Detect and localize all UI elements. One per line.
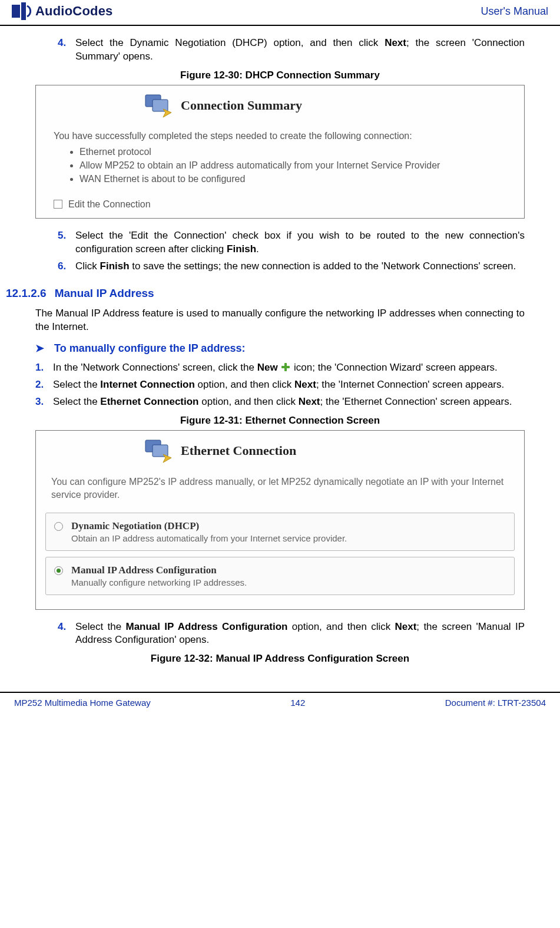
- option-content: Dynamic Negotiation (DHCP) Obtain an IP …: [71, 520, 347, 543]
- text: option, and then click: [287, 621, 395, 632]
- bold: Next: [385, 37, 406, 48]
- screenshot-connection-summary: Connection Summary You have successfully…: [35, 85, 525, 219]
- list-item: Ethernet protocol: [79, 145, 513, 158]
- bold: Next: [395, 621, 417, 632]
- screenshot-body: You have successfully completed the step…: [36, 126, 524, 194]
- step-number: 2.: [35, 378, 53, 392]
- edit-connection-label: Edit the Connection: [68, 199, 151, 210]
- proc-step-3: 3. Select the Ethernet Connection option…: [35, 395, 525, 409]
- section-title: Manual IP Address: [55, 287, 154, 300]
- step-number: 6.: [58, 260, 75, 273]
- edit-connection-row: Edit the Connection: [36, 194, 524, 218]
- radio-dhcp[interactable]: [54, 522, 63, 531]
- network-emblem-icon: [142, 437, 173, 465]
- option-subtitle: Manually configure networking IP address…: [71, 577, 247, 587]
- bold: Internet Connection: [100, 379, 195, 390]
- plus-icon: [280, 362, 291, 372]
- page-header: AudioCodes User's Manual: [0, 0, 560, 26]
- screenshot-title-row: Connection Summary: [36, 85, 524, 126]
- step-text: Select the Ethernet Connection option, a…: [53, 395, 525, 409]
- screenshot-title-row: Ethernet Connection: [36, 431, 524, 471]
- footer-left: MP252 Multimedia Home Gateway: [14, 698, 151, 708]
- text: Click: [75, 260, 100, 272]
- header-manual-label: User's Manual: [481, 5, 548, 18]
- option-title: Manual IP Address Configuration: [71, 564, 247, 576]
- proc-step-4: 4. Select the Manual IP Address Configur…: [58, 620, 525, 648]
- step-number: 4.: [58, 37, 75, 64]
- svg-rect-0: [12, 5, 20, 18]
- text: ; the 'Ethernet Connection' screen appea…: [320, 396, 512, 407]
- option-title: Dynamic Negotiation (DHCP): [71, 520, 347, 532]
- section-number: 12.1.2.6: [6, 287, 47, 300]
- step-text: Select the Internet Connection option, a…: [53, 378, 525, 392]
- step-number: 3.: [35, 395, 53, 409]
- bold: Ethernet Connection: [100, 396, 198, 407]
- text: Select the: [75, 621, 125, 632]
- text: to save the settings; the new connection…: [130, 260, 516, 272]
- text: In the 'Network Connections' screen, cli…: [53, 362, 257, 373]
- step-6: 6. Click Finish to save the settings; th…: [58, 260, 525, 273]
- text: Select the 'Edit the Connection' check b…: [75, 230, 525, 255]
- bold: Finish: [227, 243, 256, 255]
- screenshot-ethernet-connection: Ethernet Connection You can configure MP…: [35, 430, 525, 610]
- figure-12-32-caption: Figure 12-32: Manual IP Address Configur…: [35, 653, 525, 665]
- procedure-heading: ➤ To manually configure the IP address:: [35, 342, 525, 355]
- brand-name: AudioCodes: [35, 4, 113, 19]
- option-manual-ip[interactable]: Manual IP Address Configuration Manually…: [45, 557, 515, 595]
- text: icon; the 'Connection Wizard' screen app…: [294, 362, 498, 373]
- radio-manual-ip[interactable]: [54, 566, 63, 575]
- figure-12-31-caption: Figure 12-31: Ethernet Connection Screen: [35, 415, 525, 427]
- network-emblem-icon: [142, 91, 173, 120]
- step-text: Select the Manual IP Address Configurati…: [75, 620, 525, 648]
- audiocodes-logo-icon: [12, 2, 32, 20]
- list-item: Allow MP252 to obtain an IP address auto…: [79, 158, 513, 172]
- step-number: 1.: [35, 361, 53, 375]
- bold: Next: [299, 396, 320, 407]
- svg-rect-6: [153, 445, 168, 457]
- svg-rect-1: [21, 2, 26, 20]
- step-number: 5.: [58, 229, 75, 256]
- proc-step-1: 1. In the 'Network Connections' screen, …: [35, 361, 525, 375]
- step-text: Select the 'Edit the Connection' check b…: [75, 229, 525, 256]
- option-content: Manual IP Address Configuration Manually…: [71, 564, 247, 587]
- text: .: [256, 243, 259, 255]
- screenshot-description: You can configure MP252's IP address man…: [36, 471, 524, 513]
- step-4: 4. Select the Dynamic Negotiation (DHCP)…: [58, 37, 525, 64]
- right-arrow-icon: ➤: [35, 342, 48, 355]
- procedure-title: To manually configure the IP address:: [54, 342, 245, 355]
- svg-rect-3: [153, 100, 168, 111]
- step-5: 5. Select the 'Edit the Connection' chec…: [58, 229, 525, 256]
- text: option, and then click: [195, 379, 294, 390]
- screenshot-lead-text: You have successfully completed the step…: [54, 129, 513, 143]
- step-text: Click Finish to save the settings; the n…: [75, 260, 525, 273]
- footer-doc-number: Document #: LTRT-23504: [445, 698, 546, 708]
- footer-page-number: 142: [290, 698, 305, 708]
- brand-logo: AudioCodes: [12, 2, 113, 20]
- option-subtitle: Obtain an IP address automatically from …: [71, 533, 347, 543]
- section-heading-manual-ip: 12.1.2.6 Manual IP Address: [6, 287, 525, 300]
- bold: Next: [294, 379, 316, 390]
- option-dhcp[interactable]: Dynamic Negotiation (DHCP) Obtain an IP …: [45, 513, 515, 551]
- text: option, and then click: [199, 396, 299, 407]
- list-item: WAN Ethernet is about to be configured: [79, 172, 513, 186]
- screenshot-title: Connection Summary: [181, 98, 302, 113]
- text: Select the: [53, 396, 100, 407]
- screenshot-title: Ethernet Connection: [181, 443, 296, 458]
- proc-step-2: 2. Select the Internet Connection option…: [35, 378, 525, 392]
- step-number: 4.: [58, 620, 75, 648]
- edit-connection-checkbox[interactable]: [54, 200, 62, 209]
- bold: New: [257, 362, 278, 373]
- text: Select the Dynamic Negotiation (DHCP) op…: [75, 37, 385, 48]
- figure-12-30-caption: Figure 12-30: DHCP Connection Summary: [35, 70, 525, 81]
- step-text: Select the Dynamic Negotiation (DHCP) op…: [75, 37, 525, 64]
- text: ; the 'Internet Connection' screen appea…: [316, 379, 504, 390]
- bold: Finish: [100, 260, 130, 272]
- page-footer: MP252 Multimedia Home Gateway 142 Docume…: [0, 692, 560, 719]
- bold: Manual IP Address Configuration: [125, 621, 287, 632]
- step-text: In the 'Network Connections' screen, cli…: [53, 361, 525, 375]
- section-paragraph: The Manual IP Address feature is used to…: [35, 307, 525, 334]
- text: Select the: [53, 379, 100, 390]
